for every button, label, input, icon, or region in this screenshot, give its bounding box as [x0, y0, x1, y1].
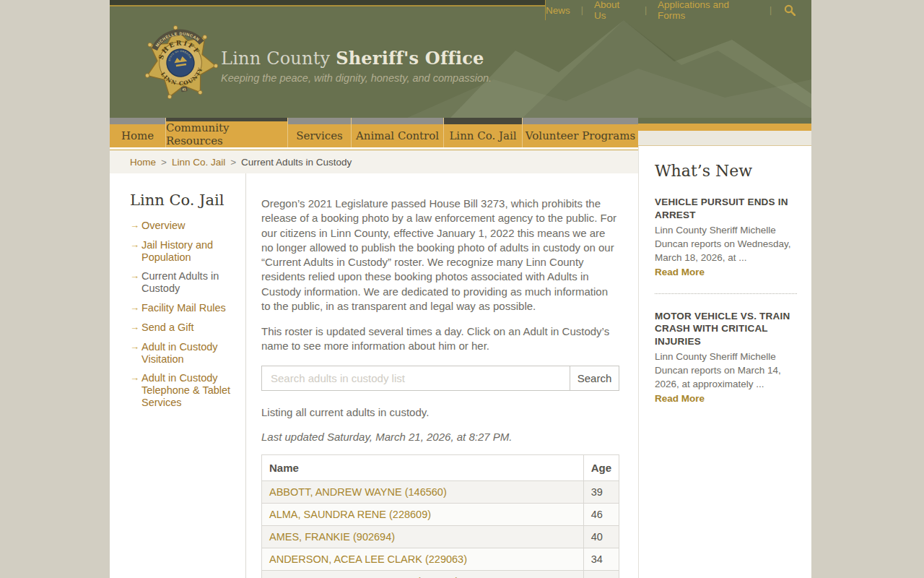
- site-title-bold: Sheriff's Office: [336, 48, 484, 69]
- whats-new-sidebar: What’s New VEHICLE PURSUIT ENDS IN ARRES…: [638, 146, 811, 578]
- site-title-regular: Linn County: [221, 48, 330, 69]
- breadcrumb-linn-co-jail[interactable]: Linn Co. Jail: [172, 157, 225, 168]
- jail-menu: → Overview → Jail History and Population…: [130, 220, 237, 409]
- table-row: ANDERSON, AMANDA MARIE (144690) 37: [262, 571, 619, 578]
- tab-label: Services: [287, 124, 351, 147]
- tab-animal-control[interactable]: Animal Control: [351, 118, 443, 147]
- utility-link-about-us[interactable]: About Us: [594, 0, 634, 21]
- table-row: AMES, FRANKIE (902694) 40: [262, 526, 619, 548]
- menu-item-visitation[interactable]: → Adult in Custody Visitation: [130, 341, 237, 366]
- news-item-excerpt: Linn County Sheriff Michelle Duncan repo…: [655, 224, 797, 265]
- tab-strip: [443, 118, 522, 124]
- last-updated-text: Last updated Saturday, March 21, 2026, a…: [261, 430, 619, 444]
- content-columns: Linn Co. Jail → Overview → Jail History …: [110, 173, 638, 578]
- sheriff-badge-logo[interactable]: MICHELLE DUNCAN SHERIFF LINN COUNTY STAT…: [143, 25, 218, 101]
- tab-strip: [110, 118, 165, 124]
- arrow-icon: →: [130, 341, 139, 352]
- menu-link[interactable]: Send a Gift: [141, 322, 194, 333]
- table-row: ANDERSON, ACEA LEE CLARK (229063) 34: [262, 548, 619, 571]
- menu-link[interactable]: Jail History and Population: [141, 239, 213, 263]
- brand: MICHELLE DUNCAN SHERIFF LINN COUNTY STAT…: [143, 25, 492, 101]
- search-icon[interactable]: [784, 4, 796, 16]
- news-item-title[interactable]: MOTOR VEHICLE VS. TRAIN CRASH WITH CRITI…: [655, 310, 797, 348]
- utility-link-news[interactable]: News: [546, 5, 570, 16]
- table-row: ABBOTT, ANDREW WAYNE (146560) 39: [262, 481, 619, 504]
- news-item-title[interactable]: VEHICLE PURSUIT ENDS IN ARREST: [655, 196, 797, 221]
- inmate-name-link[interactable]: AMES, FRANKIE (902694): [269, 531, 395, 543]
- column-header-age: Age: [583, 455, 619, 481]
- sidebar-green-strip: [638, 118, 811, 124]
- search-input[interactable]: [261, 366, 570, 391]
- table-row: ALMA, SAUNDRA RENE (228609) 46: [262, 504, 619, 526]
- tab-strip: [287, 118, 351, 124]
- arrow-icon: →: [130, 239, 139, 250]
- arrow-icon: →: [130, 270, 139, 281]
- inmate-age: 39: [583, 481, 619, 504]
- inmate-age: 34: [583, 548, 619, 571]
- read-more-link[interactable]: Read More: [655, 267, 705, 277]
- custody-table: Name Age ABBOTT, ANDREW WAYNE (146560) 3…: [261, 454, 619, 578]
- tab-label: Community Resources: [165, 121, 287, 147]
- tab-label: Linn Co. Jail: [443, 124, 522, 147]
- separator: |: [581, 5, 583, 15]
- menu-item-overview[interactable]: → Overview: [130, 220, 237, 232]
- breadcrumb-home[interactable]: Home: [130, 157, 156, 168]
- brand-text: Linn County Sheriff's Office Keeping the…: [221, 25, 492, 84]
- news-item: VEHICLE PURSUIT ENDS IN ARREST Linn Coun…: [655, 196, 797, 278]
- inmate-age: 37: [583, 571, 619, 578]
- read-more-link[interactable]: Read More: [655, 393, 705, 404]
- breadcrumb-current: Current Adults in Custody: [241, 157, 352, 168]
- utility-link-applications-forms[interactable]: Applications and Forms: [658, 0, 759, 21]
- jail-sidebar: Linn Co. Jail → Overview → Jail History …: [110, 173, 246, 578]
- news-item: MOTOR VEHICLE VS. TRAIN CRASH WITH CRITI…: [655, 310, 797, 405]
- inmate-name-link[interactable]: ABBOTT, ANDREW WAYNE (146560): [269, 486, 447, 498]
- menu-current-page[interactable]: Current Adults in Custody: [141, 270, 219, 294]
- menu-link[interactable]: Overview: [141, 220, 185, 231]
- inmate-age: 46: [583, 504, 619, 526]
- menu-item-send-a-gift[interactable]: → Send a Gift: [130, 322, 237, 334]
- breadcrumb-separator: >: [161, 157, 167, 168]
- search-button[interactable]: Search: [570, 366, 619, 391]
- news-divider: [655, 293, 797, 294]
- site-header: News | About Us | Applications and Forms…: [110, 0, 811, 118]
- main-content: Oregon’s 2021 Legislature passed House B…: [246, 173, 637, 578]
- sidebar-beige-strip: [638, 131, 811, 146]
- arrow-icon: →: [130, 322, 139, 332]
- svg-text:41: 41: [182, 87, 187, 92]
- menu-item-facility-mail-rules[interactable]: → Facility Mail Rules: [130, 302, 237, 314]
- page-body: Home Community Resources Services Animal…: [110, 118, 811, 578]
- tab-label: Home: [110, 124, 165, 147]
- separator: |: [645, 5, 647, 15]
- top-utility-bar: News | About Us | Applications and Forms…: [110, 0, 811, 20]
- inmate-name-link[interactable]: ALMA, SAUNDRA RENE (228609): [269, 509, 431, 520]
- tab-volunteer-programs[interactable]: Volunteer Programs: [522, 118, 638, 147]
- whats-new-title: What’s New: [655, 162, 797, 180]
- tab-community-resources[interactable]: Community Resources: [165, 118, 287, 147]
- listing-text: Listing all current adults in custody.: [261, 405, 619, 420]
- menu-link[interactable]: Adult in Custody Telephone & Tablet Serv…: [141, 372, 230, 408]
- breadcrumb: Home > Linn Co. Jail > Current Adults in…: [110, 150, 638, 173]
- intro-paragraph: Oregon’s 2021 Legislature passed House B…: [261, 197, 619, 314]
- tab-label: Animal Control: [351, 124, 443, 147]
- sidebar-gold-strip: [638, 124, 811, 131]
- inmate-name-link[interactable]: ANDERSON, ACEA LEE CLARK (229063): [269, 553, 467, 565]
- news-sidebar-zone: What’s New VEHICLE PURSUIT ENDS IN ARRES…: [638, 118, 811, 578]
- site-tagline: Keeping the peace, with dignity, honesty…: [221, 72, 492, 84]
- menu-item-current-adults[interactable]: → Current Adults in Custody: [130, 270, 237, 295]
- arrow-icon: →: [130, 372, 139, 383]
- tab-home[interactable]: Home: [110, 118, 165, 147]
- roster-search: Search: [261, 366, 619, 391]
- tab-linn-co-jail[interactable]: Linn Co. Jail: [443, 118, 522, 147]
- page: News | About Us | Applications and Forms…: [110, 0, 811, 578]
- menu-item-jail-history[interactable]: → Jail History and Population: [130, 239, 237, 264]
- arrow-icon: →: [130, 302, 139, 313]
- jail-sidebar-title: Linn Co. Jail: [130, 191, 237, 209]
- main-zone: Home Community Resources Services Animal…: [110, 118, 638, 578]
- menu-link[interactable]: Facility Mail Rules: [141, 302, 226, 314]
- tab-services[interactable]: Services: [287, 118, 351, 147]
- table-header-row: Name Age: [262, 455, 619, 481]
- menu-item-telephone-tablet[interactable]: → Adult in Custody Telephone & Tablet Se…: [130, 372, 237, 408]
- roster-note-paragraph: This roster is updated several times a d…: [261, 324, 619, 354]
- menu-link[interactable]: Adult in Custody Visitation: [141, 341, 218, 365]
- arrow-icon: →: [130, 220, 139, 230]
